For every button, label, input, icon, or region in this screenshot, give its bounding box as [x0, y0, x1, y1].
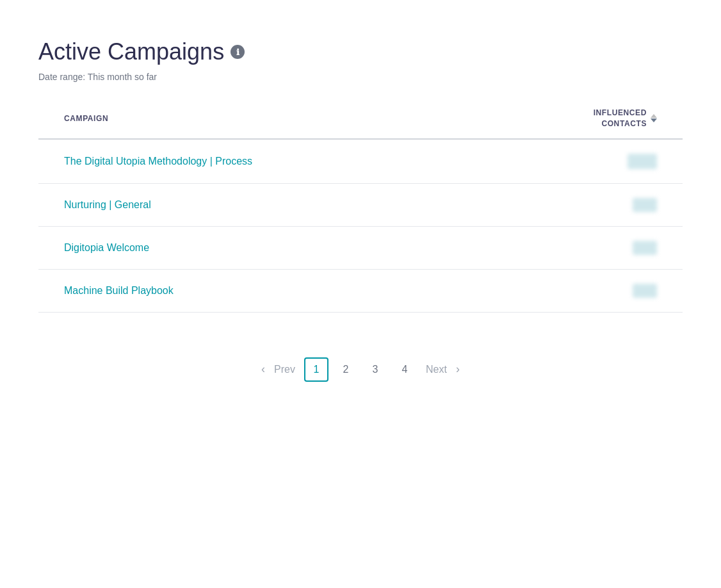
campaign-link[interactable]: Machine Build Playbook	[64, 285, 174, 297]
next-chevron-icon[interactable]: ›	[456, 363, 460, 376]
sort-desc-icon[interactable]	[651, 118, 657, 122]
col-influenced-header: INFLUENCEDCONTACTS	[594, 108, 657, 129]
campaign-link[interactable]: Digitopia Welcome	[64, 242, 149, 254]
table-row: The Digital Utopia Methodology | Process	[38, 140, 683, 184]
influenced-value	[628, 154, 657, 169]
date-range-value: This month so far	[88, 72, 157, 82]
col-campaign-header: CAMPAIGN	[64, 114, 108, 123]
sort-arrows[interactable]	[651, 114, 657, 122]
info-icon[interactable]: ℹ	[231, 45, 245, 59]
page-3-button[interactable]: 3	[363, 357, 387, 382]
table-row: Nurturing | General	[38, 184, 683, 227]
table-row: Machine Build Playbook	[38, 270, 683, 313]
title-text: Active Campaigns	[38, 38, 224, 65]
page-2-button[interactable]: 2	[334, 357, 358, 382]
date-range-label: Date range:	[38, 72, 85, 82]
prev-button[interactable]: Prev	[270, 357, 299, 382]
page-4-button[interactable]: 4	[393, 357, 417, 382]
page-1-button[interactable]: 1	[304, 357, 328, 382]
influenced-value	[633, 241, 657, 255]
campaign-link[interactable]: Nurturing | General	[64, 199, 151, 211]
prev-chevron-icon[interactable]: ‹	[261, 363, 265, 376]
influenced-value	[633, 198, 657, 212]
campaigns-table: CAMPAIGN INFLUENCEDCONTACTS The Digital …	[38, 108, 683, 313]
table-header: CAMPAIGN INFLUENCEDCONTACTS	[38, 108, 683, 140]
next-button[interactable]: Next	[422, 357, 451, 382]
influenced-value	[633, 284, 657, 298]
pagination: ‹ Prev 1 2 3 4 Next ›	[38, 357, 683, 382]
sort-asc-icon[interactable]	[651, 114, 657, 118]
table-row: Digitopia Welcome	[38, 227, 683, 270]
page-title: Active Campaigns ℹ	[38, 38, 683, 65]
date-range: Date range: This month so far	[38, 72, 683, 82]
campaign-link[interactable]: The Digital Utopia Methodology | Process	[64, 156, 252, 167]
